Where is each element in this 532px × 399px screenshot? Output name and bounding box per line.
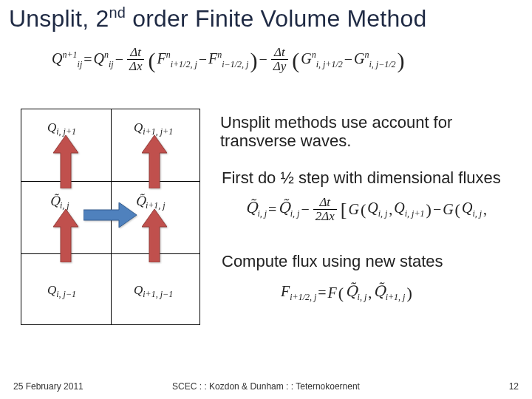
gl: Q	[47, 283, 56, 297]
eq-sub: ij	[78, 58, 83, 69]
explain-3: Compute flux using new states	[222, 252, 502, 270]
arrow-up-icon	[142, 135, 167, 188]
title-sup: nd	[109, 4, 126, 21]
eq3-Qt1-sub: i, j	[358, 292, 367, 302]
eq3-sign: =	[318, 284, 326, 301]
eq2-Q1-sub: i, j	[378, 208, 388, 219]
frac-dt-dx: Δt Δx	[127, 46, 145, 73]
eq-minus2: −	[199, 51, 207, 68]
eq-minus3: −	[259, 51, 267, 68]
eq-sign: =	[83, 51, 92, 68]
equation-2: Q̃i, j = Q̃i, j − Δt 2Δx [ G ( Qi, j , Q…	[245, 196, 487, 223]
eq-G2: G	[354, 50, 364, 66]
gls: i+1, j−1	[143, 289, 173, 299]
eq-F1: F	[157, 50, 166, 66]
explain-1: Unsplit methods use account for transver…	[220, 113, 508, 151]
frac-num2: Δt	[272, 46, 287, 59]
eq2-G2: G	[443, 201, 453, 218]
eq2-sign: =	[268, 201, 276, 218]
eq2-Q2-sub: i, j+1	[405, 208, 425, 219]
eq-F1-sub: i+1/2, j	[171, 58, 197, 69]
gl: Q̃	[135, 194, 146, 208]
arrow-up-icon	[142, 209, 167, 262]
eq-minus4: −	[344, 51, 352, 68]
title-post: order Finite Volume Method	[126, 5, 426, 32]
eq2-Q2: Q	[394, 200, 404, 216]
cell-label-20: Qi, j−1	[47, 283, 76, 300]
frac-dt-2dx: Δt 2Δx	[313, 196, 337, 223]
frac-num: Δt	[128, 46, 143, 59]
frac-den: Δx	[127, 60, 145, 73]
eq2-Q1: Q	[367, 200, 378, 216]
footer-page: 12	[509, 381, 519, 392]
equation-3: Fi+1/2, j = F ( Q̃i, j , Q̃i+1, j )	[281, 282, 412, 303]
eq-G1-sub: i, j+1/2	[316, 58, 343, 69]
eq-minus1: −	[115, 51, 123, 68]
eq-Q-lhs: Q	[52, 50, 62, 66]
eq-F2-sub: i−1/2, j	[222, 58, 248, 69]
eq2-Q3-sub: i, j	[472, 208, 482, 219]
eq3-F: F	[281, 283, 290, 299]
eq-G2-sub: i, j−1/2	[369, 58, 396, 69]
eq-sup: n+1	[62, 50, 77, 60]
eq2-rhs: Q̃	[278, 200, 290, 216]
cell-label-21: Qi+1, j−1	[134, 283, 173, 300]
gls: i, j−1	[56, 289, 76, 299]
eq2-lhs: Q̃	[245, 200, 257, 216]
arrow-up-icon	[53, 135, 78, 188]
gl: Q̃	[50, 194, 60, 208]
eq3-Ff: F	[328, 284, 337, 301]
eq3-F-sub: i+1/2, j	[290, 292, 316, 302]
eq2-frac-den: 2Δx	[313, 210, 337, 223]
gl: Q	[134, 283, 143, 297]
title-pre: Unsplit, 2	[9, 5, 109, 32]
frac-dt-dy: Δt Δy	[271, 46, 289, 73]
arrow-right-icon	[83, 202, 137, 228]
footer-center: SCEC : : Kozdon & Dunham : : Teternokoer…	[172, 381, 360, 392]
eq-Q-rhs: Q	[94, 50, 104, 66]
eq2-frac-num: Δt	[317, 196, 332, 209]
eq-G1: G	[301, 50, 311, 66]
grid-figure: Qi, j+1 Qi+1, j+1 Q̃i, j Q̃i+1, j Qi, j−…	[21, 109, 200, 325]
eq2-G: G	[348, 201, 358, 218]
gl: Q	[134, 120, 143, 134]
eq2-minus: −	[301, 201, 309, 218]
explain-2: First do ½ step with dimensional fluxes	[222, 168, 525, 187]
eq2-rhs-sub: i, j	[290, 208, 300, 219]
frac-den2: Δy	[271, 60, 289, 73]
eq-F2: F	[208, 50, 217, 66]
eq3-Qt2: Q̃	[373, 283, 385, 299]
slide-title: Unsplit, 2nd order Finite Volume Method	[9, 4, 426, 33]
footer-date: 25 February 2011	[13, 381, 83, 392]
main-equation: Qn+1ij = Qnij − Δt Δx ( Fni+1/2, j − Fni…	[52, 46, 405, 73]
eq2-Q3: Q	[462, 200, 472, 216]
arrow-up-icon	[53, 209, 78, 262]
eq3-Qt1: Q̃	[345, 283, 357, 299]
eq2-lhs-sub: i, j	[257, 208, 267, 219]
eq3-Qt2-sub: i+1, j	[386, 292, 406, 302]
gl: Q	[47, 120, 56, 134]
eq-sub2: ij	[109, 58, 114, 69]
